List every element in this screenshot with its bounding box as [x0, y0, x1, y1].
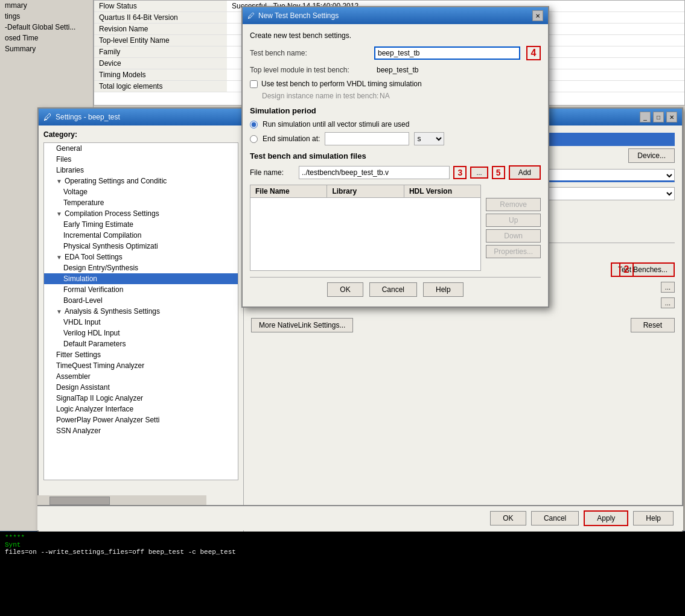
ntb-run-radio-row: Run simulation until all vector stimuli …: [250, 120, 541, 129]
tree-eda[interactable]: ▼ EDA Tool Settings: [44, 252, 238, 262]
info-label: Timing Models: [94, 69, 227, 81]
tree-physical[interactable]: Physical Synthesis Optimizati: [44, 241, 238, 252]
ntb-toplevel-value: beep_test_tb: [374, 65, 541, 75]
settings-icon: 🖊: [43, 112, 52, 122]
nav-item-summary[interactable]: Summary: [0, 43, 93, 54]
tree-signaltap[interactable]: SignalTap II Logic Analyzer: [44, 393, 238, 404]
ntb-col-library: Library: [327, 185, 404, 197]
ntb-close-button[interactable]: ✕: [532, 10, 543, 21]
ntb-dialog: 🖊 New Test Bench Settings ✕ Create new t…: [241, 6, 549, 308]
tree-container[interactable]: General Files Libraries ▼ Operating Sett…: [43, 142, 238, 480]
ntb-bench-name-label: Test bench name:: [250, 49, 371, 57]
tree-early-timing[interactable]: Early Timing Estimate: [44, 219, 238, 230]
ntb-down-button[interactable]: Down: [486, 229, 541, 243]
global-apply-button[interactable]: Apply: [584, 510, 628, 526]
tree-arrow-compilation: ▼: [56, 211, 62, 217]
ntb-titlebar-left: 🖊 New Test Bench Settings: [247, 11, 339, 20]
tree-formal[interactable]: Formal Verification: [44, 284, 238, 295]
ntb-end-unit-select[interactable]: s: [414, 132, 444, 145]
tree-fitter[interactable]: Fitter Settings: [44, 349, 238, 360]
ntb-help-button[interactable]: Help: [423, 282, 464, 297]
global-ok-button[interactable]: OK: [490, 511, 526, 526]
ntb-ellipsis-button[interactable]: ...: [470, 167, 488, 179]
tree-vhdl[interactable]: VHDL Input: [44, 317, 238, 328]
ntb-vhdl-checkbox[interactable]: [250, 80, 258, 88]
global-bottom-bar: OK Cancel Apply Help: [37, 505, 683, 530]
ntb-titlebar: 🖊 New Test Bench Settings ✕: [243, 7, 548, 24]
script-ellipsis[interactable]: ...: [661, 297, 675, 308]
ntb-ok-button[interactable]: OK: [327, 282, 363, 297]
more-settings-button[interactable]: More NativeLink Settings...: [251, 318, 353, 332]
ntb-title-icon: 🖊: [247, 11, 255, 20]
ntb-remove-button[interactable]: Remove: [486, 198, 541, 211]
tree-timequest[interactable]: TimeQuest Timing Analyzer: [44, 360, 238, 371]
ntb-table-body[interactable]: [250, 198, 480, 270]
tree-ssn[interactable]: SSN Analyzer: [44, 425, 238, 436]
tree-operating[interactable]: ▼ Operating Settings and Conditic: [44, 176, 238, 186]
nav-item-mmary[interactable]: mmary: [0, 0, 93, 11]
maximize-button[interactable]: □: [653, 112, 664, 122]
ntb-subtitle: Create new test bench settings.: [250, 31, 541, 40]
tree-design-asst[interactable]: Design Assistant: [44, 382, 238, 393]
ntb-sim-period-title: Simulation period: [250, 106, 541, 115]
global-cancel-button[interactable]: Cancel: [531, 511, 579, 526]
tree-temperature[interactable]: Temperature: [44, 197, 238, 208]
device-button[interactable]: Device...: [628, 148, 675, 163]
ntb-file-table: File Name Library HDL Version: [250, 185, 481, 271]
ntb-run-radio[interactable]: [250, 121, 258, 129]
ntb-title: New Test Bench Settings: [258, 11, 339, 20]
tree-logic-interface[interactable]: Logic Analyzer Interface: [44, 404, 238, 414]
use-script-ellipsis[interactable]: ...: [661, 282, 675, 293]
ntb-col-hdlversion: HDL Version: [404, 185, 480, 197]
tree-analysis[interactable]: ▼ Analysis & Synthesis Settings: [44, 306, 238, 317]
tree-default-params[interactable]: Default Parameters: [44, 338, 238, 349]
ntb-add-button[interactable]: Add: [509, 165, 541, 180]
ntb-properties-button[interactable]: Properties...: [486, 245, 541, 258]
ntb-bench-name-input[interactable]: [374, 46, 520, 60]
badge-2: 2: [619, 262, 634, 277]
scrollbar-thumb[interactable]: [49, 497, 110, 505]
tree-general[interactable]: General: [44, 143, 238, 154]
tree-assembler[interactable]: Assembler: [44, 371, 238, 382]
ntb-files-title: Test bench and simulation files: [250, 151, 541, 160]
nav-item-default[interactable]: -Default Global Setti...: [0, 22, 93, 33]
tree-libraries[interactable]: Libraries: [44, 165, 238, 176]
tree-files[interactable]: Files: [44, 154, 238, 165]
tree-compilation[interactable]: ▼ Compilation Process Settings: [44, 208, 238, 219]
ntb-up-button[interactable]: Up: [486, 214, 541, 227]
ntb-end-radio[interactable]: [250, 135, 258, 143]
ntb-file-input[interactable]: [299, 166, 450, 179]
ntb-end-time-input[interactable]: [325, 132, 409, 145]
ntb-design-instance-row: Design instance name in test bench: NA: [250, 92, 541, 100]
global-help-button[interactable]: Help: [633, 511, 674, 526]
ntb-vhdl-row: Use test bench to perform VHDL timing si…: [250, 80, 541, 88]
ntb-toplevel-row: Top level module in test bench: beep_tes…: [250, 65, 541, 75]
tree-incremental[interactable]: Incremental Compilation: [44, 230, 238, 241]
nav-item-osed-time[interactable]: osed Time: [0, 33, 93, 43]
ntb-run-label: Run simulation until all vector stimuli …: [263, 120, 409, 129]
reset-button[interactable]: Reset: [631, 318, 675, 332]
minimize-button[interactable]: _: [640, 112, 651, 122]
tree-voltage[interactable]: Voltage: [44, 186, 238, 197]
tree-board[interactable]: Board-Level: [44, 295, 238, 306]
close-button[interactable]: ✕: [666, 112, 677, 122]
badge-3: 3: [453, 166, 467, 179]
info-label: Total logic elements: [94, 81, 227, 92]
terminal-bar: ***** Synt files=on --write_settings_fil…: [0, 532, 685, 616]
ntb-bench-name-row: Test bench name: 4: [250, 46, 541, 60]
tree-powerplay[interactable]: PowerPlay Power Analyzer Setti: [44, 414, 238, 425]
ntb-body: Create new test bench settings. Test ben…: [243, 24, 548, 306]
ntb-end-label: End simulation at:: [263, 135, 320, 143]
ntb-file-row: File name: 3 ... 5 Add: [250, 165, 541, 180]
tree-simulation[interactable]: Simulation: [44, 273, 238, 284]
info-label: Revision Name: [94, 24, 227, 35]
more-settings-row: More NativeLink Settings... Reset: [251, 318, 675, 332]
ntb-cancel-button[interactable]: Cancel: [369, 282, 417, 297]
nav-item-tings[interactable]: tings: [0, 11, 93, 22]
tree-verilog[interactable]: Verilog HDL Input: [44, 328, 238, 338]
info-label: Flow Status: [94, 1, 227, 12]
info-label: Device: [94, 58, 227, 69]
terminal-line3: files=on --write_settings_files=off beep…: [5, 548, 680, 556]
tree-design-entry[interactable]: Design Entry/Synthesis: [44, 262, 238, 273]
category-label: Category:: [43, 130, 238, 139]
